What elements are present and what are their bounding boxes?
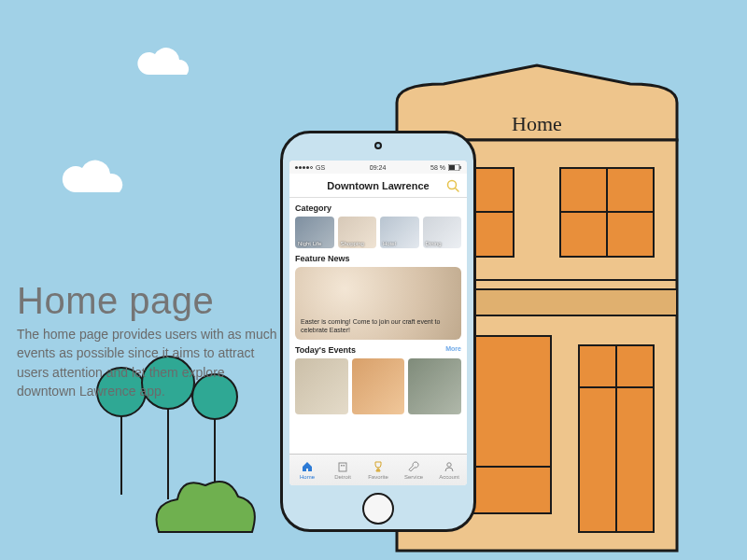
tab-service[interactable]: Service bbox=[396, 455, 431, 485]
home-icon bbox=[301, 460, 314, 473]
svg-rect-27 bbox=[341, 465, 343, 467]
battery-icon bbox=[448, 164, 461, 171]
svg-point-29 bbox=[447, 463, 451, 467]
section-title-feature: Feature News bbox=[295, 254, 461, 263]
trophy-icon bbox=[372, 460, 385, 473]
search-button[interactable] bbox=[444, 177, 461, 194]
battery-pct: 58 % bbox=[430, 164, 445, 171]
event-tile[interactable] bbox=[408, 358, 461, 414]
search-icon bbox=[445, 178, 460, 193]
svg-rect-26 bbox=[339, 463, 346, 471]
carrier-label: GS bbox=[316, 164, 325, 171]
page-description: The home page provides users with as muc… bbox=[17, 325, 283, 400]
more-link[interactable]: More bbox=[445, 345, 461, 352]
phone-mockup: GS 09:24 58 % Downtown Lawrence Category bbox=[280, 131, 476, 532]
tab-bar: Home Detroit Favorite Service Account bbox=[289, 454, 467, 485]
category-tile[interactable]: Shopping bbox=[338, 217, 377, 248]
app-content: Category Night Life Shopping Hotel Dinin… bbox=[289, 198, 467, 454]
status-bar: GS 09:24 58 % bbox=[289, 161, 467, 174]
app-navbar: Downtown Lawrence bbox=[289, 174, 467, 198]
phone-screen: GS 09:24 58 % Downtown Lawrence Category bbox=[289, 161, 467, 485]
app-title: Downtown Lawrence bbox=[327, 180, 429, 191]
event-tile[interactable] bbox=[295, 358, 348, 414]
phone-speaker-icon bbox=[374, 142, 382, 149]
page-title: Home page bbox=[17, 280, 214, 322]
phone-home-button[interactable] bbox=[362, 493, 394, 525]
category-tile[interactable]: Dining bbox=[423, 217, 462, 248]
section-title-category: Category bbox=[295, 203, 461, 213]
presentation-slide: Home Home page The home page provides us… bbox=[0, 0, 747, 560]
category-row: Night Life Shopping Hotel Dining bbox=[295, 217, 461, 248]
cloud-icon bbox=[131, 47, 196, 84]
event-tile[interactable] bbox=[352, 358, 405, 414]
tab-home[interactable]: Home bbox=[289, 455, 325, 485]
building-icon bbox=[336, 460, 349, 473]
signal-dots-icon bbox=[295, 166, 313, 169]
shrub-illustration bbox=[149, 476, 261, 545]
wrench-icon bbox=[407, 460, 420, 473]
feature-news-card[interactable]: Easter is coming! Come to join our craft… bbox=[295, 267, 461, 340]
tab-account[interactable]: Account bbox=[431, 455, 467, 485]
svg-rect-28 bbox=[344, 465, 345, 467]
category-tile[interactable]: Night Life bbox=[295, 217, 334, 248]
events-row bbox=[295, 358, 461, 414]
person-icon bbox=[443, 460, 456, 473]
tab-detroit[interactable]: Detroit bbox=[325, 455, 360, 485]
svg-line-25 bbox=[456, 189, 459, 192]
section-title-events: Today's Events More bbox=[295, 345, 461, 355]
svg-rect-22 bbox=[449, 165, 455, 170]
cloud-icon bbox=[56, 159, 131, 202]
feature-caption: Easter is coming! Come to join our craft… bbox=[301, 318, 456, 334]
category-tile[interactable]: Hotel bbox=[380, 217, 419, 248]
status-time: 09:24 bbox=[370, 164, 387, 171]
svg-rect-23 bbox=[460, 166, 461, 169]
tab-favorite[interactable]: Favorite bbox=[360, 455, 396, 485]
